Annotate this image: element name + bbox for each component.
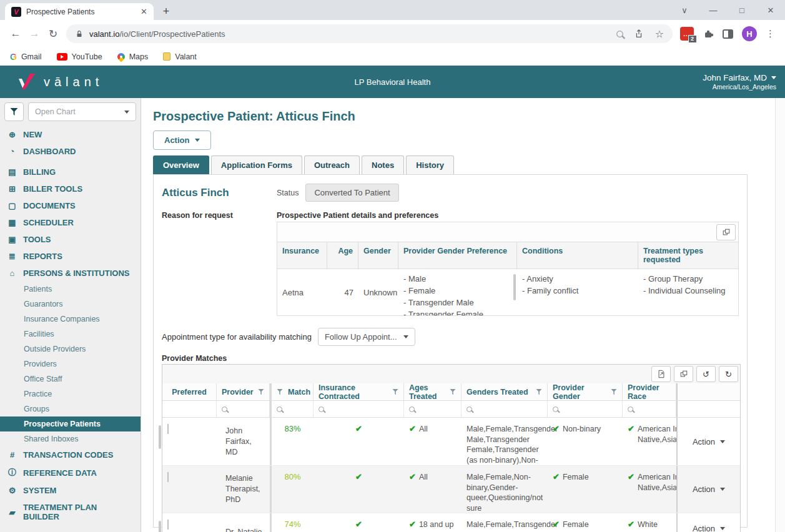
sidebar-item-new[interactable]: ⊕NEW	[0, 126, 141, 143]
forward-icon[interactable]: →	[25, 27, 44, 40]
col-preferred[interactable]: Preferred	[162, 383, 217, 400]
sidebar-item-prospective-patients[interactable]: Prospective Patients	[0, 416, 141, 431]
refresh-grid-button[interactable]: ↻	[719, 366, 738, 382]
sidebar-item-patients[interactable]: Patients	[0, 282, 141, 297]
sidebar-item-office-staff[interactable]: Office Staff	[0, 372, 141, 387]
filter-funnel-icon[interactable]	[392, 389, 398, 395]
sidebar-item-guarantors[interactable]: Guarantors	[0, 297, 141, 312]
filter-ages-input[interactable]	[404, 401, 462, 417]
col-age[interactable]: Age	[327, 242, 358, 268]
appointment-type-select[interactable]: Follow Up Appoint...	[318, 328, 415, 346]
action-button[interactable]: Action	[153, 131, 211, 150]
bookmark-star-icon[interactable]: ☆	[655, 28, 664, 40]
tab-application-forms[interactable]: Application Forms	[211, 155, 302, 174]
sidebar-item-reports[interactable]: ≣REPORTS	[0, 248, 141, 265]
chart-filter-button[interactable]	[4, 102, 24, 121]
filter-insurance-input[interactable]	[314, 401, 404, 417]
tab-overview[interactable]: Overview	[153, 155, 209, 174]
col-provider[interactable]: Provider	[217, 383, 270, 400]
sidebar-item-persons-institutions[interactable]: ⌂PERSONS & INSTITUTIONS	[0, 265, 141, 282]
column-chooser-button[interactable]	[716, 224, 736, 240]
col-insurance[interactable]: Insurance	[277, 242, 327, 268]
window-close-icon[interactable]: ✕	[756, 6, 785, 15]
filter-funnel-icon[interactable]	[536, 389, 542, 395]
sidebar-item-groups[interactable]: Groups	[0, 401, 141, 416]
sidebar-item-transaction-codes[interactable]: #TRANSACTION CODES	[0, 446, 141, 463]
row-action-button[interactable]: Action	[678, 466, 740, 513]
filter-funnel-icon[interactable]	[258, 389, 264, 395]
browser-menu-icon[interactable]: ⋮	[766, 28, 775, 39]
window-chevron-icon[interactable]: ∨	[670, 6, 699, 15]
col-ages-treated[interactable]: Ages Treated	[404, 383, 462, 400]
bookmark-gmail[interactable]: G Gmail	[10, 52, 42, 62]
window-maximize-icon[interactable]: □	[728, 6, 756, 15]
bookmark-valant[interactable]: Valant	[163, 52, 197, 61]
zoom-icon[interactable]	[616, 31, 623, 37]
tab-notes[interactable]: Notes	[362, 155, 404, 174]
filter-funnel-icon[interactable]	[450, 389, 456, 395]
export-button[interactable]	[651, 366, 671, 382]
sidebar-item-scheduler[interactable]: ▦SCHEDULER	[0, 214, 141, 231]
side-panel-icon[interactable]	[723, 29, 733, 39]
reload-icon[interactable]: ↻	[44, 27, 62, 41]
preferred-checkbox[interactable]	[167, 520, 169, 530]
undo-button[interactable]: ↺	[696, 366, 716, 382]
col-genders-treated[interactable]: Genders Treated	[462, 383, 548, 400]
window-minimize-icon[interactable]: —	[699, 6, 728, 15]
sidebar-item-dashboard[interactable]: ◔DASHBOARD	[0, 143, 141, 160]
filter-match-input[interactable]	[272, 401, 314, 417]
browser-tab[interactable]: V Prospective Patients ✕	[5, 3, 154, 20]
sidebar-item-practice[interactable]: Practice	[0, 387, 141, 401]
new-tab-button[interactable]: +	[157, 2, 175, 20]
page-scrollbar[interactable]	[775, 98, 785, 532]
filter-provider-gender-input[interactable]	[548, 401, 623, 417]
row-action-button[interactable]: Action	[678, 418, 740, 465]
open-chart-select[interactable]: Open Chart	[28, 102, 136, 121]
sidebar-item-tools[interactable]: ▣TOOLS	[0, 231, 141, 248]
sidebar-item-outside-providers[interactable]: Outside Providers	[0, 342, 141, 357]
col-conditions[interactable]: Conditions	[517, 242, 638, 268]
row-action-button[interactable]: Action	[678, 513, 740, 532]
col-treatment-types[interactable]: Treatment types requested	[638, 242, 738, 268]
bookmark-maps[interactable]: Maps	[117, 52, 149, 61]
sidebar-item-billing[interactable]: ▤BILLING	[0, 164, 141, 180]
preferred-checkbox[interactable]	[167, 424, 169, 434]
filter-genders-input[interactable]	[462, 401, 548, 417]
cell-scrollbar[interactable]	[513, 274, 516, 300]
preferred-checkbox[interactable]	[167, 472, 169, 482]
ages-treated-cell: ✔18 and up	[404, 513, 462, 532]
sidebar-item-biller-tools[interactable]: ⊞BILLER TOOLS	[0, 180, 141, 197]
sidebar-item-system[interactable]: ⚙SYSTEM	[0, 482, 141, 499]
user-menu[interactable]: John Fairfax, MD America/Los_Angeles	[703, 73, 776, 91]
tab-close-icon[interactable]: ✕	[141, 7, 147, 16]
sidebar-item-providers[interactable]: Providers	[0, 357, 141, 372]
sidebar-item-facilities[interactable]: Facilities	[0, 327, 141, 342]
bookmark-youtube[interactable]: YouTube	[57, 52, 102, 61]
filter-provider-input[interactable]	[217, 401, 270, 417]
sidebar-item-documents[interactable]: ▢DOCUMENTS	[0, 197, 141, 214]
preference-item: - Male	[403, 273, 512, 285]
sidebar-item-shared-inboxes[interactable]: Shared Inboxes	[0, 431, 141, 446]
details-title: Prospective Patient details and preferen…	[277, 211, 739, 220]
col-provider-race[interactable]: Provider Race	[623, 383, 676, 400]
filter-funnel-icon[interactable]	[277, 389, 283, 395]
profile-avatar[interactable]: H	[742, 26, 757, 41]
col-gender[interactable]: Gender	[358, 242, 398, 268]
tab-history[interactable]: History	[406, 155, 454, 174]
filter-provider-race-input[interactable]	[623, 401, 676, 417]
filter-funnel-icon[interactable]	[611, 389, 617, 395]
tab-outreach[interactable]: Outreach	[304, 155, 360, 174]
col-insurance-contracted[interactable]: Insurance Contracted	[314, 383, 404, 400]
password-extension-icon[interactable]: ...2	[680, 27, 694, 41]
sidebar-item-treatment-plan-builder[interactable]: ▰TREATMENT PLAN BUILDER	[0, 499, 141, 525]
share-icon[interactable]	[634, 29, 644, 39]
col-provider-gender[interactable]: Provider Gender	[548, 383, 623, 400]
col-provider-gender-preference[interactable]: Provider Gender Preference	[398, 242, 517, 268]
back-icon[interactable]: ←	[6, 27, 25, 40]
url-bar[interactable]: valant.io/io/Client/ProspectivePatients …	[66, 24, 673, 43]
col-match[interactable]: Match	[272, 383, 314, 400]
sidebar-item-insurance-companies[interactable]: Insurance Companies	[0, 312, 141, 327]
column-chooser-button[interactable]	[674, 366, 693, 382]
extensions-puzzle-icon[interactable]	[703, 28, 714, 39]
sidebar-item-reference-data[interactable]: ⓘREFERENCE DATA	[0, 463, 141, 482]
